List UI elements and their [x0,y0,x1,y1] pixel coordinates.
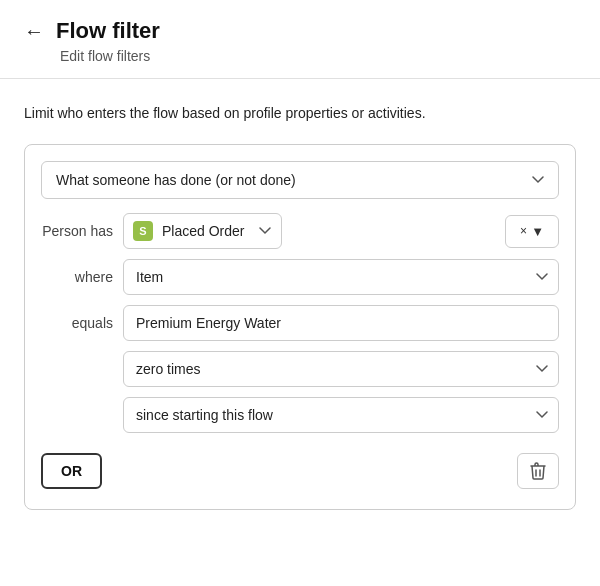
or-button[interactable]: OR [41,453,102,489]
equals-row: equals [41,305,559,341]
trash-icon [530,462,546,480]
times-select-container: zero times [123,351,559,387]
filter-card: What someone has done (or not done) Pers… [24,144,576,510]
times-select[interactable]: zero times [123,351,559,387]
page-subtitle: Edit flow filters [60,48,576,64]
header: ← Flow filter Edit flow filters [0,0,600,79]
where-select[interactable]: Item [123,259,559,295]
person-has-row: Person has S Placed Order × ▼ [41,213,559,249]
times-row: zero times [41,351,559,387]
activity-type-select[interactable]: What someone has done (or not done) [41,161,559,199]
page-title: Flow filter [56,18,160,44]
placed-order-wrapper: S Placed Order [123,213,495,249]
filter-clear-button[interactable]: × ▼ [505,215,559,248]
where-select-container: Item [123,259,559,295]
bottom-row: OR [41,453,559,489]
funnel-icon: ▼ [531,224,544,239]
x-mark-icon: × [520,224,527,238]
equals-input[interactable] [123,305,559,341]
since-select[interactable]: since starting this flow [123,397,559,433]
description-text: Limit who enters the flow based on profi… [24,103,576,124]
equals-label: equals [41,315,113,331]
where-row: where Item [41,259,559,295]
since-row: since starting this flow [41,397,559,433]
delete-button[interactable] [517,453,559,489]
since-select-container: since starting this flow [123,397,559,433]
back-button[interactable]: ← [24,21,44,41]
where-label: where [41,269,113,285]
main-content: Limit who enters the flow based on profi… [0,79,600,530]
person-has-label: Person has [41,223,113,239]
shopify-icon: S [133,221,153,241]
